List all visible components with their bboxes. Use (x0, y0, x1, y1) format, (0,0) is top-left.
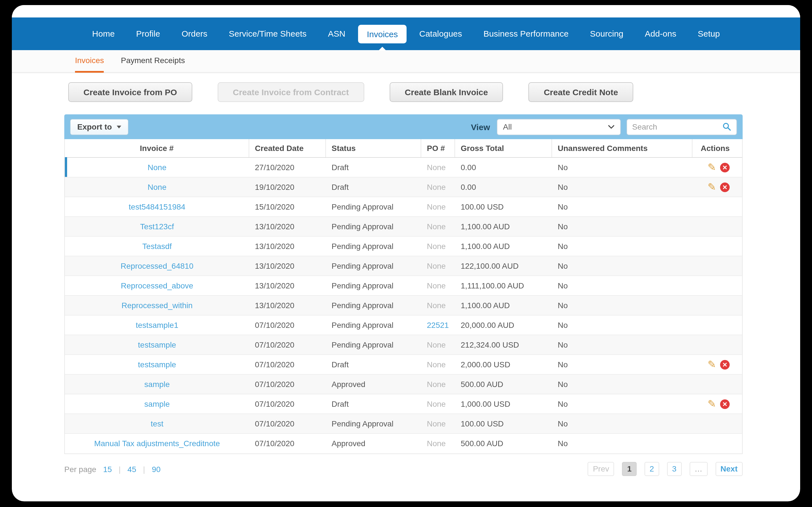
nav-item-catalogues[interactable]: Catalogues (409, 17, 473, 50)
invoice-cell: Reprocessed_above (65, 276, 249, 295)
invoice-link[interactable]: Reprocessed_64810 (121, 262, 193, 270)
pagination-page-2[interactable]: 2 (645, 462, 659, 476)
po-cell: None (421, 197, 455, 216)
nav-item-profile[interactable]: Profile (125, 17, 171, 50)
pagination-page-3[interactable]: 3 (667, 462, 682, 476)
status-cell: Pending Approval (326, 237, 421, 256)
table-row: test 07/10/2020 Pending Approval None 10… (65, 414, 742, 434)
invoice-link[interactable]: testsample (138, 360, 176, 369)
po-cell: None (421, 434, 455, 453)
status-cell: Pending Approval (326, 414, 421, 433)
edit-pencil-icon[interactable]: ✎ (708, 359, 716, 370)
table-toolbar: Export to View All (64, 114, 743, 139)
active-tab-notch (378, 47, 386, 50)
gross-total-cell: 1,111,100.00 AUD (455, 276, 552, 295)
gross-total-cell: 500.00 AUD (455, 434, 552, 453)
unanswered-comments-cell: No (552, 158, 693, 177)
delete-icon[interactable]: × (720, 182, 730, 192)
per-page-option-45[interactable]: 45 (128, 464, 136, 473)
created-date-cell: 07/10/2020 (249, 355, 326, 374)
nav-item-asn[interactable]: ASN (317, 17, 356, 50)
status-cell: Pending Approval (326, 335, 421, 354)
edit-pencil-icon[interactable]: ✎ (708, 399, 716, 409)
nav-item-orders[interactable]: Orders (171, 17, 218, 50)
po-number: None (427, 301, 446, 310)
export-to-button[interactable]: Export to (70, 119, 129, 135)
subnav-item-invoices[interactable]: Invoices (75, 50, 104, 73)
gross-total-cell: 1,100.00 AUD (455, 217, 552, 236)
per-page-option-90[interactable]: 90 (152, 464, 161, 473)
delete-icon[interactable]: × (720, 163, 730, 172)
po-number: None (427, 262, 446, 270)
create-invoice-from-contract-button[interactable]: Create Invoice from Contract (218, 82, 364, 102)
status-cell: Approved (326, 434, 421, 453)
create-credit-note-button[interactable]: Create Credit Note (529, 82, 633, 102)
unanswered-comments-cell: No (552, 276, 693, 295)
invoice-link[interactable]: sample (144, 399, 170, 408)
column-header-invoice: Invoice # (65, 139, 249, 157)
po-cell: None (421, 256, 455, 276)
pagination-page-1[interactable]: 1 (622, 462, 637, 476)
po-number: None (427, 281, 446, 290)
created-date-cell: 13/10/2020 (249, 237, 326, 256)
actions-cell (693, 316, 742, 335)
delete-icon[interactable]: × (720, 360, 730, 369)
invoice-link[interactable]: testsample1 (136, 321, 179, 330)
create-blank-invoice-button[interactable]: Create Blank Invoice (390, 82, 503, 102)
invoice-link[interactable]: sample (144, 380, 170, 389)
table-row: Reprocessed_within 13/10/2020 Pending Ap… (65, 296, 742, 316)
create-invoice-from-po-button[interactable]: Create Invoice from PO (68, 82, 192, 102)
status-cell: Draft (326, 355, 421, 374)
chevron-down-icon (608, 124, 615, 129)
nav-item-service-time-sheets[interactable]: Service/Time Sheets (218, 17, 317, 50)
nav-item-setup[interactable]: Setup (687, 17, 730, 50)
unanswered-comments-cell: No (552, 394, 693, 413)
subnav-item-payment-receipts[interactable]: Payment Receipts (121, 50, 185, 73)
invoice-link[interactable]: testsample (138, 340, 176, 349)
invoice-link[interactable]: None (148, 182, 167, 191)
table-row: Manual Tax adjustments_Creditnote 07/10/… (65, 434, 742, 453)
pagination-next[interactable]: Next (715, 462, 743, 476)
caret-down-icon (117, 125, 121, 128)
table-row: test5484151984 15/10/2020 Pending Approv… (65, 197, 742, 217)
actions-cell (693, 335, 742, 354)
gross-total-cell: 100.00 USD (455, 197, 552, 216)
per-page-option-15[interactable]: 15 (103, 464, 112, 473)
gross-total-cell: 122,100.00 AUD (455, 256, 552, 276)
nav-item-sourcing[interactable]: Sourcing (579, 17, 634, 50)
column-header-status: Status (326, 139, 421, 157)
pagination-ellipsis[interactable]: … (689, 462, 707, 476)
po-number: None (427, 182, 446, 191)
row-action-icons: ✎ × (708, 359, 730, 370)
nav-item-business-performance[interactable]: Business Performance (473, 17, 579, 50)
status-cell: Pending Approval (326, 256, 421, 276)
table-body: None 27/10/2020 Draft None 0.00 No ✎ × N… (65, 158, 742, 453)
invoice-cell: testsample (65, 335, 249, 354)
edit-pencil-icon[interactable]: ✎ (708, 182, 716, 192)
edit-pencil-icon[interactable]: ✎ (708, 162, 716, 172)
invoice-link[interactable]: None (148, 163, 167, 172)
invoice-cell: Reprocessed_within (65, 296, 249, 315)
gross-total-cell: 1,100.00 AUD (455, 237, 552, 256)
nav-item-add-ons[interactable]: Add-ons (634, 17, 687, 50)
pagination-prev[interactable]: Prev (588, 462, 614, 476)
view-select[interactable]: All (497, 119, 621, 135)
delete-icon[interactable]: × (720, 399, 730, 409)
invoice-link[interactable]: test (151, 419, 163, 428)
invoice-link[interactable]: Reprocessed_above (121, 281, 193, 290)
search-input[interactable] (632, 122, 722, 131)
nav-item-home[interactable]: Home (82, 17, 125, 50)
po-link[interactable]: 22521 (427, 321, 449, 330)
invoice-link[interactable]: Reprocessed_within (121, 301, 193, 310)
created-date-cell: 15/10/2020 (249, 197, 326, 216)
stage: HomeProfileOrdersService/Time SheetsASNI… (0, 0, 812, 507)
per-page-separator: | (143, 464, 145, 473)
invoice-link[interactable]: Testasdf (142, 242, 172, 251)
po-cell: None (421, 335, 455, 354)
invoices-table: Export to View All (64, 114, 743, 454)
invoice-link[interactable]: Test123cf (140, 222, 174, 231)
nav-item-invoices[interactable]: Invoices (358, 24, 406, 43)
invoice-link[interactable]: Manual Tax adjustments_Creditnote (94, 439, 220, 448)
search-icon[interactable] (722, 122, 731, 131)
invoice-link[interactable]: test5484151984 (129, 202, 186, 211)
